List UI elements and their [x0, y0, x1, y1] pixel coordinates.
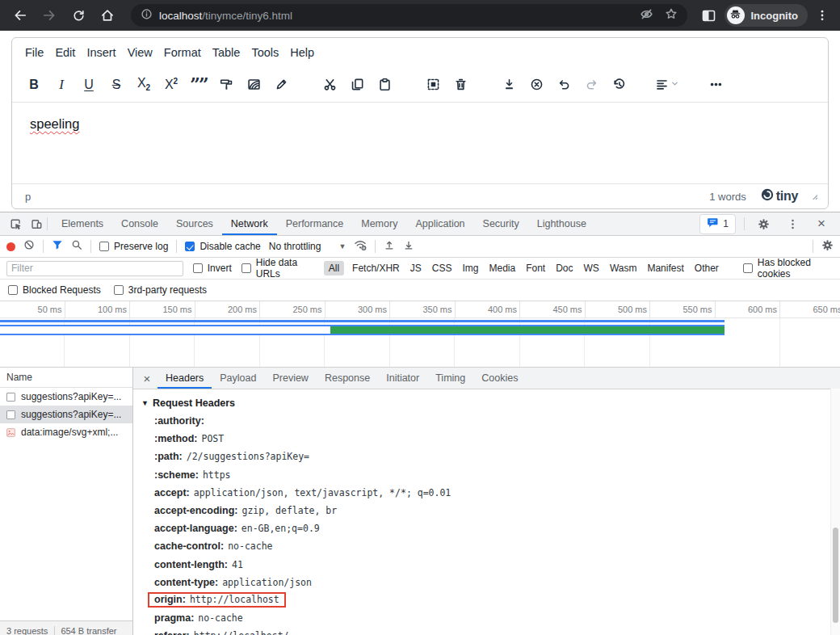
menu-item-help[interactable]: Help — [290, 43, 325, 62]
menu-item-insert[interactable]: Insert — [86, 43, 126, 62]
preserve-log-toggle[interactable]: Preserve log — [99, 241, 168, 252]
detail-tab-timing[interactable]: Timing — [427, 368, 473, 389]
devtools-settings-icon[interactable] — [753, 214, 774, 233]
copy-button[interactable] — [345, 73, 369, 97]
hide-data-urls-toggle[interactable]: Hide data URLs — [242, 257, 314, 280]
menu-item-table[interactable]: Table — [212, 43, 251, 62]
cancel-button[interactable] — [524, 73, 548, 97]
cut-button[interactable] — [317, 73, 342, 97]
request-row[interactable]: data:image/svg+xml;... — [0, 423, 132, 441]
forward-icon[interactable] — [37, 3, 61, 27]
fill-button[interactable] — [242, 73, 266, 97]
history-button[interactable] — [607, 73, 631, 97]
filter-type-css[interactable]: CSS — [427, 261, 457, 275]
devtools-tab-network[interactable]: Network — [222, 212, 277, 235]
record-icon[interactable] — [6, 242, 15, 251]
invert-checkbox[interactable] — [193, 263, 203, 273]
filter-funnel-icon[interactable] — [52, 239, 63, 254]
menu-item-edit[interactable]: Edit — [55, 43, 86, 62]
install-button[interactable] — [497, 73, 521, 97]
filter-type-ws[interactable]: WS — [579, 261, 604, 275]
disable-cache-toggle[interactable]: Disable cache — [185, 241, 260, 252]
devtools-tab-application[interactable]: Application — [406, 212, 473, 235]
filter-type-fetch-xhr[interactable]: Fetch/XHR — [342, 261, 405, 275]
filter-input[interactable] — [6, 261, 183, 276]
throttling-select[interactable]: No throttling ▼ — [269, 241, 346, 252]
address-bar[interactable]: localhost/tinymce/tiny6.html — [131, 4, 687, 27]
menu-item-tools[interactable]: Tools — [251, 43, 289, 62]
export-har-icon[interactable] — [403, 239, 414, 254]
superscript-button[interactable]: X2 — [159, 73, 183, 97]
home-icon[interactable] — [95, 3, 120, 27]
reload-icon[interactable] — [66, 3, 90, 27]
third-party-toggle[interactable]: 3rd-party requests — [114, 284, 207, 296]
select-all-button[interactable] — [421, 73, 445, 97]
detail-tab-response[interactable]: Response — [317, 368, 378, 389]
close-detail-icon[interactable]: × — [138, 369, 156, 387]
scrollbar-track[interactable] — [830, 389, 840, 635]
blockquote-button[interactable]: ”” — [187, 73, 211, 97]
issues-counter[interactable]: 1 — [699, 214, 736, 234]
preserve-log-checkbox[interactable] — [99, 242, 109, 251]
undo-button[interactable] — [552, 73, 576, 97]
network-overview[interactable] — [0, 318, 840, 368]
format-painter-button[interactable] — [214, 73, 238, 97]
tiny-branding[interactable]: tiny — [761, 188, 798, 204]
network-settings-icon[interactable] — [821, 239, 834, 254]
inspect-element-icon[interactable] — [5, 214, 26, 233]
more-button[interactable] — [704, 73, 728, 97]
invert-toggle[interactable]: Invert — [193, 263, 232, 274]
devtools-menu-icon[interactable] — [782, 214, 803, 233]
permanent-pen-button[interactable] — [269, 73, 293, 97]
filter-type-other[interactable]: Other — [690, 261, 724, 275]
menu-item-file[interactable]: File — [25, 43, 54, 62]
site-info-icon[interactable] — [141, 8, 153, 23]
request-row[interactable]: suggestions?apiKey=... — [0, 406, 132, 423]
filter-type-manifest[interactable]: Manifest — [642, 261, 688, 275]
clear-icon[interactable] — [23, 239, 35, 254]
filter-type-img[interactable]: Img — [457, 261, 483, 275]
filter-type-font[interactable]: Font — [521, 261, 550, 275]
filter-type-media[interactable]: Media — [484, 261, 520, 275]
redo-button[interactable] — [579, 73, 603, 97]
devtools-tab-elements[interactable]: Elements — [52, 212, 112, 235]
misspelled-word[interactable]: speeling — [30, 116, 79, 131]
scrollbar-thumb[interactable] — [833, 528, 838, 623]
detail-tab-headers[interactable]: Headers — [158, 368, 212, 389]
blocked-requests-checkbox[interactable] — [8, 285, 18, 295]
devtools-tab-sources[interactable]: Sources — [167, 212, 222, 235]
request-row[interactable]: suggestions?apiKey=... — [0, 388, 132, 406]
bookmark-star-icon[interactable] — [665, 7, 678, 23]
menu-item-format[interactable]: Format — [164, 43, 212, 62]
has-blocked-cookies-checkbox[interactable] — [743, 263, 753, 273]
device-toolbar-icon[interactable] — [26, 214, 47, 233]
detail-tab-initiator[interactable]: Initiator — [378, 368, 427, 389]
align-left-button[interactable] — [655, 73, 679, 97]
devtools-tab-security[interactable]: Security — [474, 212, 528, 235]
detail-tab-preview[interactable]: Preview — [264, 368, 316, 389]
detail-tab-cookies[interactable]: Cookies — [473, 368, 526, 389]
devtools-tab-memory[interactable]: Memory — [352, 212, 406, 235]
paste-button[interactable] — [372, 73, 397, 97]
editor-content-area[interactable]: speeling — [12, 103, 828, 183]
strikethrough-button[interactable]: S — [104, 73, 128, 97]
devtools-close-icon[interactable]: × — [811, 214, 832, 233]
request-headers-section[interactable]: ▼ Request Headers — [141, 394, 840, 412]
filter-type-doc[interactable]: Doc — [551, 261, 578, 275]
delete-button[interactable] — [448, 73, 472, 97]
bold-button[interactable]: B — [22, 73, 46, 97]
network-conditions-icon[interactable] — [354, 238, 367, 254]
subscript-button[interactable]: X2 — [132, 73, 156, 97]
detail-tab-payload[interactable]: Payload — [212, 368, 264, 389]
menu-item-view[interactable]: View — [128, 43, 163, 62]
blocked-requests-toggle[interactable]: Blocked Requests — [8, 284, 101, 296]
side-panel-icon[interactable] — [699, 5, 720, 26]
filter-type-wasm[interactable]: Wasm — [605, 261, 642, 275]
name-column-header[interactable]: Name — [0, 368, 132, 388]
disable-cache-checkbox[interactable] — [185, 242, 195, 251]
search-icon[interactable] — [71, 239, 82, 254]
eye-slash-icon[interactable] — [640, 7, 653, 24]
devtools-tab-lighthouse[interactable]: Lighthouse — [528, 212, 595, 235]
underline-button[interactable]: U — [77, 73, 101, 97]
resize-handle-icon[interactable] — [809, 189, 818, 204]
